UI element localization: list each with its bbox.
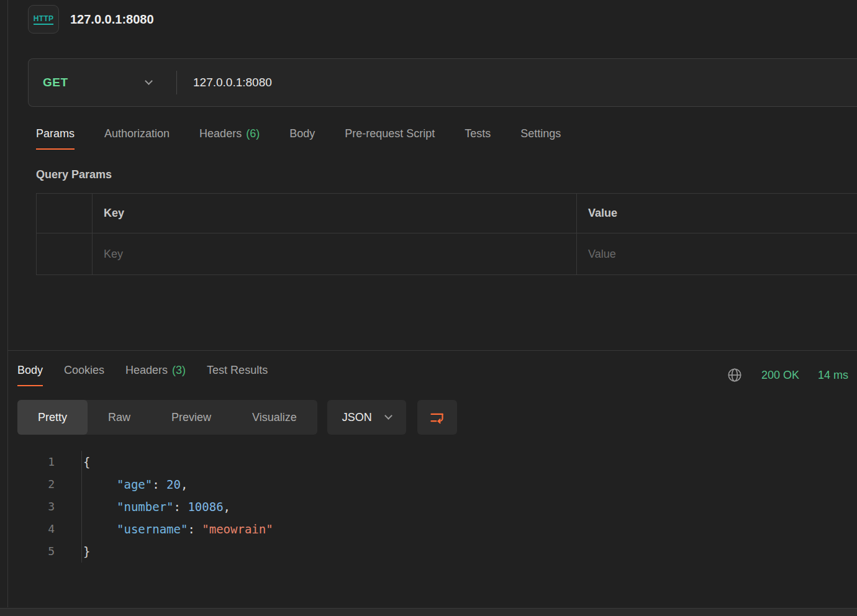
code-line-content: "number": 10086,: [81, 496, 230, 518]
wrap-text-button[interactable]: [417, 400, 457, 435]
code-line-content: }: [81, 540, 90, 563]
tab-headers-label: Headers: [199, 127, 242, 140]
response-tab-body[interactable]: Body: [17, 364, 43, 386]
request-response-divider: [8, 350, 857, 351]
tab-authorization-label: Authorization: [104, 127, 170, 140]
response-tab-body-label: Body: [17, 364, 43, 376]
tab-headers[interactable]: Headers(6): [199, 127, 260, 150]
code-line: 5 }: [8, 540, 857, 563]
code-line-content: {: [81, 451, 90, 473]
row-checkbox-cell: [37, 233, 93, 274]
line-number: 1: [8, 451, 55, 473]
format-select-value: JSON: [342, 411, 372, 424]
network-globe-icon[interactable]: [727, 367, 743, 383]
response-toolbar: Pretty Raw Preview Visualize JSON: [8, 400, 857, 435]
url-bar-divider: [176, 71, 177, 94]
code-line-content: "age": 20,: [81, 473, 188, 496]
tab-headers-count: (6): [246, 127, 260, 140]
bottom-status-bar: [0, 608, 857, 616]
method-select[interactable]: GET: [29, 76, 152, 89]
response-tab-headers[interactable]: Headers(3): [125, 364, 186, 386]
request-tabs: Params Authorization Headers(6) Body Pre…: [36, 127, 857, 150]
line-number: 5: [8, 540, 55, 563]
view-tab-raw[interactable]: Raw: [88, 400, 151, 435]
tab-params-label: Params: [36, 127, 75, 140]
response-header: Body Cookies Headers(3) Test Results: [8, 364, 857, 386]
query-params-table: Key Value Key Value: [36, 193, 857, 275]
view-tab-preview[interactable]: Preview: [151, 400, 232, 435]
code-line-content: "username": "meowrain": [81, 518, 273, 540]
code-line: 3 "number": 10086,: [8, 496, 857, 518]
http-request-icon: HTTP: [28, 5, 59, 34]
format-select[interactable]: JSON: [327, 400, 406, 435]
http-icon-label: HTTP: [34, 14, 54, 25]
response-tab-test-results[interactable]: Test Results: [207, 364, 268, 386]
response-tab-cookies[interactable]: Cookies: [64, 364, 104, 386]
response-meta: 200 OK 14 ms: [727, 367, 848, 383]
response-view-switch: Pretty Raw Preview Visualize: [17, 400, 317, 435]
tab-pre-request-script-label: Pre-request Script: [345, 127, 435, 140]
tab-body[interactable]: Body: [289, 127, 315, 150]
tab-tests[interactable]: Tests: [465, 127, 491, 150]
response-body-viewer: 1 { 2 "age": 20, 3 "number": 10086, 4 "u…: [8, 451, 857, 563]
view-tab-visualize[interactable]: Visualize: [232, 400, 317, 435]
chevron-down-icon: [384, 412, 392, 420]
tab-body-label: Body: [289, 127, 315, 140]
tab-params[interactable]: Params: [36, 127, 75, 150]
url-input[interactable]: 127.0.0.1:8080: [193, 76, 272, 89]
code-line: 1 {: [8, 451, 857, 473]
line-number: 4: [8, 518, 55, 540]
request-title: 127.0.0.1:8080: [70, 12, 154, 27]
value-column-header: Value: [577, 194, 857, 233]
code-line: 2 "age": 20,: [8, 473, 857, 496]
view-tab-pretty[interactable]: Pretty: [17, 400, 88, 435]
response-tab-cookies-label: Cookies: [64, 364, 104, 376]
request-tab-header: HTTP 127.0.0.1:8080: [8, 0, 857, 34]
response-tab-headers-label: Headers: [125, 364, 168, 376]
status-badge: 200 OK: [761, 369, 799, 382]
url-bar: GET 127.0.0.1:8080: [28, 58, 857, 107]
tab-pre-request-script[interactable]: Pre-request Script: [345, 127, 435, 150]
response-tab-test-results-label: Test Results: [207, 364, 268, 376]
tab-tests-label: Tests: [465, 127, 491, 140]
postman-request-window: HTTP 127.0.0.1:8080 GET 127.0.0.1:8080 P…: [0, 0, 857, 616]
response-tabs: Body Cookies Headers(3) Test Results: [17, 364, 268, 386]
tab-settings-label: Settings: [520, 127, 561, 140]
tab-authorization[interactable]: Authorization: [104, 127, 170, 150]
code-line: 4 "username": "meowrain": [8, 518, 857, 540]
value-input[interactable]: Value: [577, 233, 857, 274]
chevron-down-icon: [145, 77, 153, 85]
line-number: 3: [8, 496, 55, 518]
key-column-header: Key: [93, 194, 577, 233]
select-column-header: [37, 194, 93, 233]
main-pane: HTTP 127.0.0.1:8080 GET 127.0.0.1:8080 P…: [8, 0, 857, 563]
method-label: GET: [43, 76, 68, 89]
wrap-text-icon: [428, 409, 445, 426]
key-input[interactable]: Key: [93, 233, 577, 274]
query-params-heading: Query Params: [36, 168, 857, 181]
line-number: 2: [8, 473, 55, 496]
response-time: 14 ms: [818, 369, 848, 382]
tab-settings[interactable]: Settings: [520, 127, 561, 150]
response-tab-headers-count: (3): [172, 364, 186, 376]
